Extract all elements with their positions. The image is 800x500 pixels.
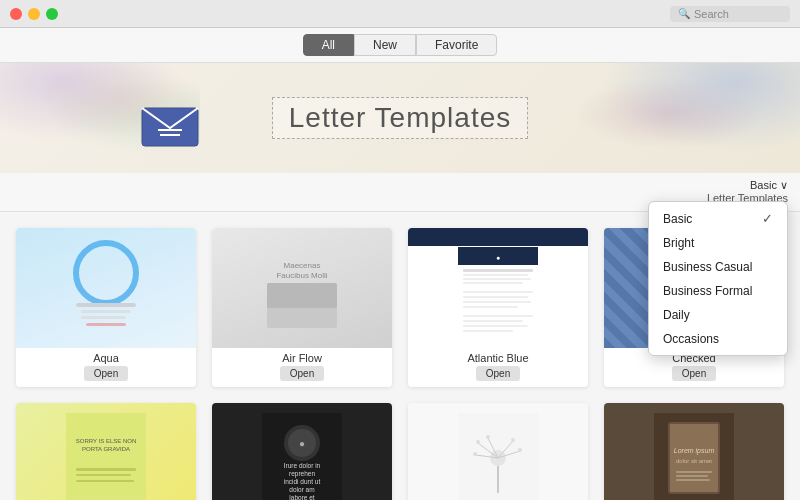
hero-envelope-icon <box>140 96 200 163</box>
search-icon: 🔍 <box>678 8 690 19</box>
template-card-dandelion[interactable]: Dear Friend <box>408 403 588 500</box>
dropdown-item-label: Daily <box>663 308 690 322</box>
open-button-airflow[interactable]: Open <box>280 366 324 381</box>
svg-rect-19 <box>463 291 533 293</box>
dropdown-item-label: Occasions <box>663 332 719 346</box>
svg-rect-40 <box>76 468 136 471</box>
open-button-aqua[interactable]: Open <box>84 366 128 381</box>
svg-point-61 <box>511 438 515 442</box>
card-thumb-aqua <box>16 228 196 348</box>
svg-text:reprehen: reprehen <box>289 470 315 478</box>
traffic-lights <box>10 8 58 20</box>
svg-text:Faucibus Molli: Faucibus Molli <box>276 271 327 280</box>
hero-banner: Letter Templates <box>0 63 800 173</box>
maximize-button[interactable] <box>46 8 58 20</box>
svg-rect-73 <box>676 471 712 473</box>
svg-text:SORRY IS ELSE NON: SORRY IS ELSE NON <box>76 438 136 444</box>
svg-rect-74 <box>676 475 708 477</box>
svg-rect-17 <box>463 278 531 280</box>
dropdown-item-label: Business Casual <box>663 260 752 274</box>
dropdown-item-business-casual[interactable]: Business Casual <box>649 255 787 279</box>
dropdown-item-label: Basic <box>663 212 692 226</box>
tab-favorite[interactable]: Favorite <box>416 34 497 56</box>
dropdown-item-bright[interactable]: Bright <box>649 231 787 255</box>
svg-rect-24 <box>463 320 523 322</box>
svg-rect-41 <box>76 474 131 476</box>
dropdown-item-basic[interactable]: Basic ✓ <box>649 206 787 231</box>
card-label-airflow: Air Flow <box>282 348 322 366</box>
card-label-atlantic: Atlantic Blue <box>467 348 528 366</box>
tab-bar: All New Favorite <box>0 28 800 63</box>
dropdown-item-daily[interactable]: Daily <box>649 303 787 327</box>
sort-button[interactable]: Basic ∨ <box>707 179 788 192</box>
svg-point-63 <box>518 448 522 452</box>
svg-rect-20 <box>463 296 528 298</box>
svg-rect-22 <box>463 306 518 308</box>
svg-text:Maecenas: Maecenas <box>284 261 321 270</box>
template-card-atlantic[interactable]: ● Atlantic Blue Open <box>408 228 588 387</box>
sort-bar: Basic ∨ Letter Templates Basic ✓ Bright … <box>0 173 800 212</box>
svg-text:Irure dolor in: Irure dolor in <box>284 462 321 469</box>
dropdown-item-label: Bright <box>663 236 694 250</box>
template-card-dark[interactable]: ● Irure dolor in reprehen incidi dunt ut… <box>212 403 392 500</box>
dropdown-item-label: Business Formal <box>663 284 752 298</box>
svg-text:PORTA GRAVIDA: PORTA GRAVIDA <box>82 446 130 452</box>
svg-rect-5 <box>76 303 136 307</box>
svg-point-57 <box>476 440 480 444</box>
svg-text:●: ● <box>496 254 500 261</box>
hero-title: Letter Templates <box>272 97 529 139</box>
svg-rect-16 <box>463 274 528 276</box>
titlebar: 🔍 Search <box>0 0 800 28</box>
search-bar[interactable]: 🔍 Search <box>670 6 790 22</box>
svg-rect-26 <box>463 330 513 332</box>
card-thumb-dark: ● Irure dolor in reprehen incidi dunt ut… <box>212 403 392 500</box>
svg-rect-25 <box>463 325 528 327</box>
svg-text:Lorem ipsum: Lorem ipsum <box>674 447 715 455</box>
svg-text:●: ● <box>299 438 305 449</box>
card-thumb-atlantic: ● <box>408 228 588 348</box>
card-thumb-dandelion: Dear Friend <box>408 403 588 500</box>
svg-rect-23 <box>463 315 533 317</box>
svg-rect-37 <box>66 413 146 500</box>
hero-flowers-right <box>580 63 800 163</box>
template-card-colorful[interactable]: SORRY IS ELSE NON PORTA GRAVIDA <box>16 403 196 500</box>
template-card-aqua[interactable]: Aqua Open <box>16 228 196 387</box>
svg-rect-12 <box>267 283 337 308</box>
svg-rect-21 <box>463 301 531 303</box>
card-thumb-colorful: SORRY IS ELSE NON PORTA GRAVIDA <box>16 403 196 500</box>
search-placeholder: Search <box>694 8 729 20</box>
card-label-aqua: Aqua <box>93 348 119 366</box>
svg-text:dolor am: dolor am <box>289 486 314 493</box>
svg-rect-8 <box>86 323 126 326</box>
category-dropdown[interactable]: Basic ✓ Bright Business Casual Business … <box>648 201 788 356</box>
tab-new[interactable]: New <box>354 34 416 56</box>
template-card-airflow[interactable]: Maecenas Faucibus Molli Air Flow Open <box>212 228 392 387</box>
svg-rect-15 <box>463 269 533 272</box>
svg-point-65 <box>473 452 477 456</box>
svg-rect-18 <box>463 282 523 284</box>
svg-text:dolor sit amet: dolor sit amet <box>676 458 712 464</box>
svg-point-59 <box>486 435 490 439</box>
open-button-checked[interactable]: Open <box>672 366 716 381</box>
card-thumb-airflow: Maecenas Faucibus Molli <box>212 228 392 348</box>
svg-text:incidi dunt ut: incidi dunt ut <box>284 478 321 485</box>
close-button[interactable] <box>10 8 22 20</box>
card-thumb-dear: Lorem ipsum dolor sit amet <box>604 403 784 500</box>
dropdown-item-occasions[interactable]: Occasions <box>649 327 787 351</box>
svg-rect-75 <box>676 479 710 481</box>
checkmark-icon: ✓ <box>762 211 773 226</box>
svg-text:labore et: labore et <box>289 494 314 500</box>
open-button-atlantic[interactable]: Open <box>476 366 520 381</box>
svg-rect-6 <box>81 310 131 313</box>
svg-rect-42 <box>76 480 134 482</box>
tab-all[interactable]: All <box>303 34 354 56</box>
dropdown-item-business-formal[interactable]: Business Formal <box>649 279 787 303</box>
template-card-dear[interactable]: Lorem ipsum dolor sit amet <box>604 403 784 500</box>
minimize-button[interactable] <box>28 8 40 20</box>
svg-rect-7 <box>81 316 126 319</box>
